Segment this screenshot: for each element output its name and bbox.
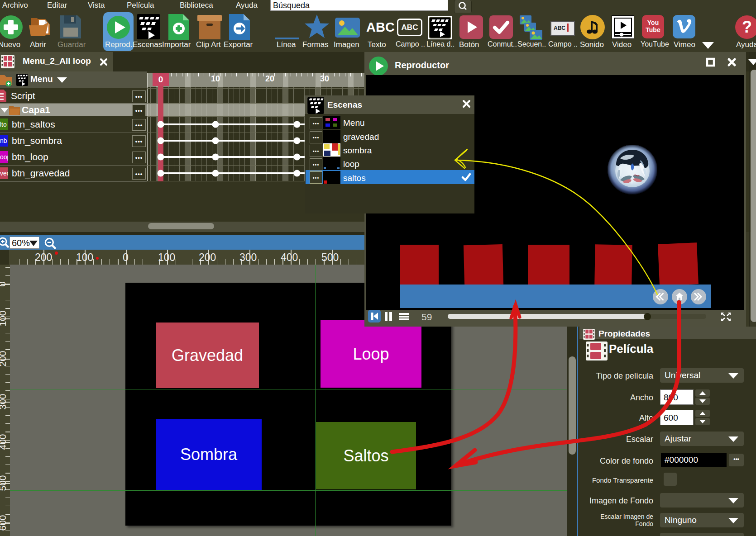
- svg-text:?: ?: [742, 18, 752, 36]
- svg-text:Tube: Tube: [646, 26, 660, 33]
- svg-text:You: You: [647, 19, 659, 26]
